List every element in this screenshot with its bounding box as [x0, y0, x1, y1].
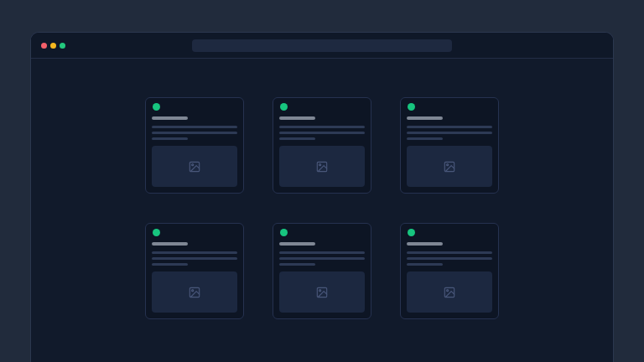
image-placeholder-icon: [444, 161, 455, 173]
skeleton-text-line-short: [407, 263, 443, 266]
card[interactable]: [273, 97, 371, 194]
window-titlebar: [31, 33, 613, 59]
skeleton-text-line: [152, 251, 237, 254]
skeleton-text-line-short: [279, 263, 315, 266]
status-dot: [153, 103, 160, 111]
skeleton-text-line: [407, 126, 492, 128]
media-placeholder: [279, 272, 365, 313]
media-placeholder: [152, 146, 237, 187]
skeleton-text-line-short: [279, 137, 315, 140]
traffic-lights: [31, 43, 65, 49]
media-placeholder: [407, 146, 492, 187]
image-placeholder-icon: [444, 287, 455, 298]
media-placeholder: [152, 272, 237, 313]
traffic-light-button[interactable]: [41, 43, 47, 49]
status-dot: [408, 103, 415, 111]
image-placeholder-icon: [316, 161, 328, 173]
skeleton-text-line: [152, 132, 237, 134]
card[interactable]: [145, 97, 244, 194]
card[interactable]: [400, 97, 499, 194]
media-placeholder: [407, 272, 492, 313]
image-placeholder-icon: [316, 287, 328, 298]
image-placeholder-icon: [189, 287, 200, 298]
url-bar[interactable]: [192, 39, 452, 52]
skeleton-title-line: [152, 116, 188, 120]
skeleton-title-line: [407, 116, 443, 120]
card[interactable]: [273, 223, 371, 319]
window-content: [31, 59, 613, 319]
skeleton-text-line: [407, 251, 492, 254]
traffic-light-button[interactable]: [50, 43, 56, 49]
skeleton-text-line: [152, 257, 237, 260]
status-dot: [153, 229, 160, 236]
skeleton-text-line-short: [152, 137, 188, 140]
skeleton-title-line: [279, 242, 315, 246]
status-dot: [280, 103, 288, 111]
card[interactable]: [145, 223, 244, 319]
skeleton-title-line: [407, 242, 443, 246]
skeleton-text-line: [279, 132, 365, 134]
status-dot: [408, 229, 415, 236]
skeleton-text-line: [407, 257, 492, 260]
skeleton-text-line: [279, 251, 365, 254]
skeleton-text-line-short: [152, 263, 188, 266]
skeleton-title-line: [152, 242, 188, 246]
card[interactable]: [400, 223, 499, 319]
skeleton-text-line: [152, 126, 237, 128]
skeleton-text-line: [279, 126, 365, 128]
traffic-light-button[interactable]: [60, 43, 65, 49]
media-placeholder: [279, 146, 365, 187]
image-placeholder-icon: [189, 161, 200, 173]
card-grid: [145, 97, 499, 319]
skeleton-title-line: [279, 116, 315, 120]
status-dot: [280, 229, 288, 236]
skeleton-text-line: [407, 132, 492, 134]
skeleton-text-line-short: [407, 137, 443, 140]
page-background: [0, 0, 644, 362]
skeleton-text-line: [279, 257, 365, 260]
browser-window: [30, 32, 614, 362]
